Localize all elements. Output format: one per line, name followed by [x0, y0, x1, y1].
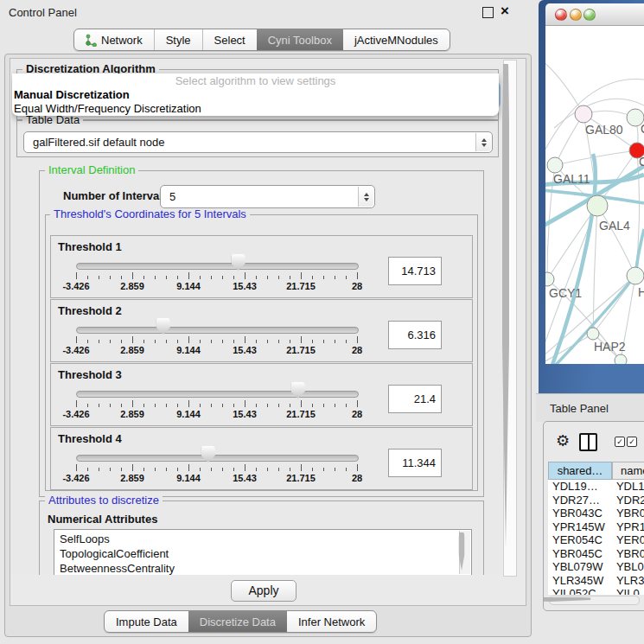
network-canvas-svg: GAL80GACGAL11GAL4GCY1HHAP2	[545, 26, 644, 364]
network-node-GAL80[interactable]	[575, 105, 592, 123]
network-edge[interactable]	[593, 206, 597, 334]
checkbox-icon[interactable]: ✓	[615, 437, 625, 447]
number-of-intervals-combobox[interactable]: 5	[160, 185, 375, 208]
threshold-value-field[interactable]: 14.713	[388, 257, 442, 285]
slider-scale-labels: -3.4262.8599.14415.4321.71528	[76, 281, 357, 291]
slider-thumb[interactable]	[232, 254, 245, 271]
tab-discretize-data[interactable]: Discretize Data	[188, 611, 287, 632]
zoom-traffic-light[interactable]	[583, 9, 596, 21]
table-panel-titlebar: Table Panel	[536, 393, 644, 422]
threshold-label: Threshold 1	[58, 240, 122, 253]
table-row[interactable]: YBL079WYBL0	[548, 560, 644, 574]
thresholds-coordinates-title: Threshold's Coordinates for 5 Intervals	[50, 208, 250, 220]
list-item[interactable]: TopologicalCoefficient	[54, 546, 471, 561]
network-node-label: GAL4	[599, 219, 630, 233]
table-data-combobox[interactable]: galFiltered.sif default node	[23, 131, 493, 153]
tab-network[interactable]: Network	[74, 29, 154, 50]
table-row[interactable]: YDR27…YDR2	[548, 494, 644, 507]
attributes-group-title: Attributes to discretize	[45, 494, 163, 507]
slider-thumb[interactable]	[291, 382, 305, 399]
table-panel: ⚙ ✓ ✓ shared… name YDL19…YDL1YDR27…YDR2Y…	[543, 421, 644, 611]
slider-thumb[interactable]	[201, 446, 215, 462]
slider-scale-value: 28	[352, 345, 362, 355]
slider-scale-value: -3.426	[62, 281, 89, 291]
checkbox-icon[interactable]: ✓	[627, 437, 637, 447]
stepper-arrows-icon[interactable]	[358, 187, 373, 207]
slider-scale-value: 15.43	[233, 281, 257, 291]
tab-cyni-toolbox[interactable]: Cyni Toolbox	[257, 29, 343, 50]
network-node-label: GAL11	[553, 172, 590, 186]
network-view-canvas[interactable]: GAL80GACGAL11GAL4GCY1HHAP2	[545, 26, 644, 364]
table-row[interactable]: YDL19…YDL1	[548, 480, 644, 494]
slider-scale-value: 9.144	[176, 345, 201, 355]
network-branch-icon	[86, 34, 97, 47]
scrollbar-thumb[interactable]	[502, 64, 509, 548]
tab-label: Network	[101, 34, 143, 47]
dropdown-item-equal-width[interactable]: Equal Width/Frequency Discretization	[12, 102, 499, 116]
tab-select[interactable]: Select	[202, 29, 257, 50]
tab-label: jActiveMNodules	[354, 34, 438, 47]
number-of-intervals-value: 5	[161, 190, 175, 203]
table-row[interactable]: YPR145WYPR1	[548, 520, 644, 534]
network-node-GAL4[interactable]	[587, 195, 608, 216]
close-traffic-light[interactable]	[555, 9, 567, 21]
table-panel-title: Table Panel	[550, 402, 609, 415]
dropdown-hint-item[interactable]: Select algorithm to view settings	[12, 73, 499, 88]
network-node-bottom[interactable]	[615, 354, 627, 364]
close-icon[interactable]: ×	[501, 3, 509, 20]
network-node-gal11[interactable]	[547, 157, 563, 173]
tab-impute-data[interactable]: Impute Data	[105, 611, 188, 632]
slider-scale-value: 21.715	[286, 409, 316, 419]
table-row[interactable]: YLR345WYLR3	[548, 574, 644, 588]
tab-style[interactable]: Style	[154, 29, 202, 50]
column-header-shared-name[interactable]: shared…	[548, 462, 612, 480]
threshold-value-field[interactable]: 11.344	[388, 449, 442, 477]
table-row[interactable]: YER054CYER0	[548, 533, 644, 547]
table-hscrollbar[interactable]	[549, 596, 640, 605]
dropdown-item-manual-discretization[interactable]: Manual Discretization	[12, 88, 499, 102]
network-edge[interactable]	[545, 61, 583, 114]
control-panel-titlebar: Control Panel ×	[0, 0, 536, 24]
apply-button[interactable]: Apply	[231, 580, 296, 602]
table-row[interactable]: YBR043CYBR0	[548, 507, 644, 520]
tab-jactivemnodules[interactable]: jActiveMNodules	[343, 29, 450, 50]
float-window-icon[interactable]	[482, 7, 494, 18]
slider-scale-value: 15.43	[233, 345, 257, 355]
list-item[interactable]: SelfLoops	[54, 532, 471, 546]
threshold-value-field[interactable]: 6.316	[388, 321, 442, 349]
tab-infer-network[interactable]: Infer Network	[287, 611, 376, 632]
threshold-value-field[interactable]: 21.4	[388, 385, 442, 413]
slider-scale-value: 9.144	[176, 281, 201, 291]
network-node-label: C	[639, 155, 644, 169]
slider-scale-value: 28	[352, 473, 362, 483]
slider-scale-value: 28	[352, 281, 362, 291]
gear-icon[interactable]: ⚙	[556, 432, 570, 450]
list-scrollbar[interactable]	[459, 531, 470, 574]
interval-definition-title: Interval Definition	[45, 164, 138, 176]
table-header-row: shared… name	[548, 462, 644, 480]
algorithm-dropdown-popup: Select algorithm to view settings Manual…	[12, 73, 499, 116]
slider-scale-value: 2.859	[120, 409, 144, 419]
minimize-traffic-light[interactable]	[570, 9, 582, 21]
slider-scale-labels: -3.4262.8599.14415.4321.71528	[76, 473, 357, 483]
column-header-name[interactable]: name	[612, 462, 644, 480]
network-node-HAP2[interactable]	[587, 328, 599, 340]
slider-scale-value: 15.43	[233, 409, 257, 419]
numerical-attributes-label: Numerical Attributes	[48, 513, 157, 526]
table-row[interactable]: YBR045CYBR0	[548, 547, 644, 561]
column-layout-icon[interactable]	[579, 433, 597, 451]
slider-thumb[interactable]	[156, 318, 170, 335]
list-item[interactable]: BetweennessCentrality	[54, 561, 471, 575]
panel-scrollbar[interactable]	[503, 60, 517, 577]
slider-ticks	[76, 336, 357, 344]
stepper-arrows-icon[interactable]	[475, 133, 491, 151]
numerical-attributes-list[interactable]: SelfLoops TopologicalCoefficient Between…	[54, 529, 472, 575]
network-window-titlebar	[545, 3, 644, 26]
network-node-H[interactable]	[627, 267, 644, 284]
settings-scroll-viewport: Discretization Algorithm Select algorith…	[11, 60, 502, 575]
slider-scale-value: 2.859	[120, 281, 144, 291]
table-row[interactable]: YIL052CYIL0	[548, 587, 644, 595]
network-edge[interactable]	[597, 206, 635, 276]
threshold-label: Threshold 2	[58, 304, 122, 317]
threshold-4-panel: Threshold 4 -3.4262.8599.14415.4321.7152…	[50, 427, 473, 490]
